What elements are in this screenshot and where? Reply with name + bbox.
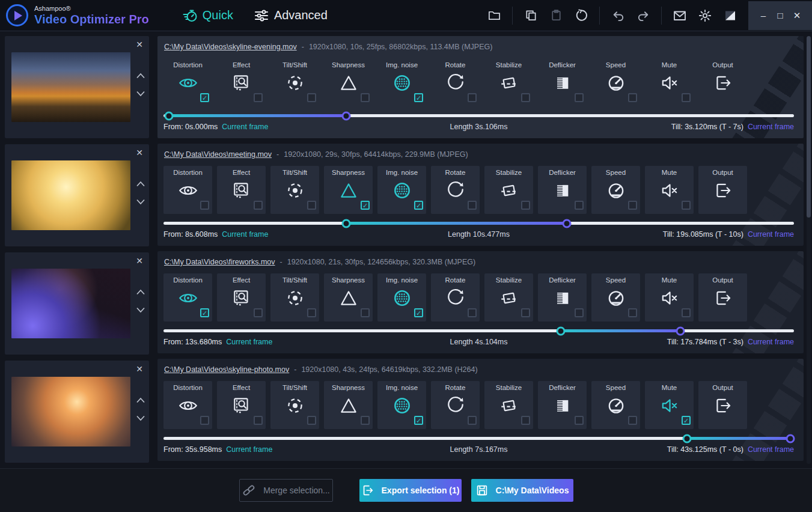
effect-button-rotate[interactable]: Rotate xyxy=(431,381,480,429)
effect-checkbox[interactable] xyxy=(575,308,584,317)
effect-button-sharpness[interactable]: Sharpness xyxy=(324,381,373,429)
effect-button-output[interactable]: Output xyxy=(698,166,747,214)
video-path-link[interactable]: C:\My Data\Videos\skyline-evening.mov xyxy=(164,43,297,51)
vertical-scrollbar[interactable] xyxy=(807,36,811,464)
effect-checkbox[interactable] xyxy=(682,416,691,425)
effect-checkbox[interactable] xyxy=(468,308,477,317)
effect-button-img-noise[interactable]: Img. noise xyxy=(377,381,426,429)
scrollbar-thumb[interactable] xyxy=(807,36,811,218)
skyline-evening-thumbnail[interactable] xyxy=(11,52,130,122)
slider-handle-start[interactable] xyxy=(682,434,691,443)
effect-checkbox[interactable] xyxy=(468,201,477,210)
effect-button-distortion[interactable]: Distortion xyxy=(163,381,212,429)
sunset-meeting-thumbnail[interactable] xyxy=(11,160,130,230)
tab-advanced[interactable]: Advanced xyxy=(254,8,328,23)
effect-button-output[interactable]: Output xyxy=(698,58,747,106)
effect-checkbox[interactable] xyxy=(628,416,637,425)
effect-button-rotate[interactable]: Rotate xyxy=(431,166,480,214)
till-current-frame-link[interactable]: Current frame xyxy=(748,230,794,239)
fireworks-thumbnail[interactable] xyxy=(11,269,130,338)
effect-button-effect[interactable]: Effect xyxy=(217,381,266,429)
skyline-photo-thumbnail[interactable] xyxy=(11,377,130,446)
effect-button-mute[interactable]: Mute xyxy=(645,166,694,214)
move-up-icon[interactable] xyxy=(136,395,145,406)
video-thumbnail-card[interactable]: ✕ xyxy=(5,252,149,355)
video-row[interactable]: C:\My Data\Videos\skyline-photo.mov-1920… xyxy=(157,359,804,461)
effect-checkbox[interactable] xyxy=(414,308,423,317)
effect-button-speed[interactable]: Speed xyxy=(591,58,640,106)
slider-track[interactable] xyxy=(163,222,794,225)
slider-handle-end[interactable] xyxy=(786,434,795,443)
slider-track[interactable] xyxy=(163,437,794,440)
close-button[interactable]: ✕ xyxy=(790,10,804,21)
effect-checkbox[interactable] xyxy=(200,93,209,102)
effect-checkbox[interactable] xyxy=(521,416,530,425)
copy-icon[interactable] xyxy=(524,8,538,23)
slider-handle-start[interactable] xyxy=(556,326,565,335)
effect-button-speed[interactable]: Speed xyxy=(591,381,640,429)
effect-button-deflicker[interactable]: Deflicker xyxy=(538,273,587,322)
till-current-frame-link[interactable]: Current frame xyxy=(748,445,794,454)
effect-checkbox[interactable] xyxy=(521,308,530,317)
effect-checkbox[interactable] xyxy=(200,308,209,317)
effect-checkbox[interactable] xyxy=(575,93,584,102)
video-path-link[interactable]: C:\My Data\Videos\fireworks.mov xyxy=(164,258,275,266)
effect-button-tilt-shift[interactable]: Tilt/Shift xyxy=(270,273,319,322)
save-path-button[interactable]: C:\My Data\Videos xyxy=(471,479,573,502)
move-down-icon[interactable] xyxy=(136,88,145,99)
video-row[interactable]: C:\My Data\Videos\skyline-evening.mov-19… xyxy=(157,36,804,138)
video-thumbnail-card[interactable]: ✕ xyxy=(5,361,149,463)
effect-checkbox[interactable] xyxy=(575,201,584,210)
effect-checkbox[interactable] xyxy=(414,416,423,425)
effect-checkbox[interactable] xyxy=(628,93,637,102)
effect-checkbox[interactable] xyxy=(575,416,584,425)
effect-checkbox[interactable] xyxy=(254,201,263,210)
slider-handle-end[interactable] xyxy=(342,111,351,120)
move-up-icon[interactable] xyxy=(136,178,145,189)
slider-handle-end[interactable] xyxy=(563,219,572,228)
maximize-button[interactable]: □ xyxy=(774,10,787,20)
effect-button-tilt-shift[interactable]: Tilt/Shift xyxy=(270,166,319,214)
reset-icon[interactable] xyxy=(574,8,588,23)
effect-button-tilt-shift[interactable]: Tilt/Shift xyxy=(270,58,319,106)
effect-button-deflicker[interactable]: Deflicker xyxy=(538,166,587,214)
slider-handle-start[interactable] xyxy=(165,111,174,120)
move-up-icon[interactable] xyxy=(136,70,145,81)
effect-checkbox[interactable] xyxy=(361,308,370,317)
effect-button-distortion[interactable]: Distortion xyxy=(163,273,212,322)
remove-video-icon[interactable]: ✕ xyxy=(136,256,143,266)
effect-button-sharpness[interactable]: Sharpness xyxy=(324,273,373,322)
redo-icon[interactable] xyxy=(636,8,650,23)
effect-checkbox[interactable] xyxy=(361,93,370,102)
effect-button-speed[interactable]: Speed xyxy=(591,273,640,322)
effect-button-sharpness[interactable]: Sharpness xyxy=(324,58,373,106)
effect-button-stabilize[interactable]: Stabilize xyxy=(484,381,533,429)
move-up-icon[interactable] xyxy=(136,287,145,297)
video-path-link[interactable]: C:\My Data\Videos\meeting.mov xyxy=(164,150,272,159)
effect-button-rotate[interactable]: Rotate xyxy=(431,273,480,322)
effect-button-rotate[interactable]: Rotate xyxy=(431,58,480,106)
effect-button-stabilize[interactable]: Stabilize xyxy=(484,58,533,106)
effect-checkbox[interactable] xyxy=(468,93,477,102)
slider-handle-end[interactable] xyxy=(676,326,685,335)
effect-button-distortion[interactable]: Distortion xyxy=(163,58,212,106)
till-current-frame-link[interactable]: Current frame xyxy=(748,338,794,346)
effect-checkbox[interactable] xyxy=(414,201,423,210)
effect-button-tilt-shift[interactable]: Tilt/Shift xyxy=(270,381,319,429)
effect-button-effect[interactable]: Effect xyxy=(217,166,266,214)
effect-button-distortion[interactable]: Distortion xyxy=(163,166,212,214)
effect-button-speed[interactable]: Speed xyxy=(591,166,640,214)
remove-video-icon[interactable]: ✕ xyxy=(136,148,143,157)
effect-button-mute[interactable]: Mute xyxy=(645,58,694,106)
effect-checkbox[interactable] xyxy=(468,416,477,425)
minimize-button[interactable]: – xyxy=(757,10,770,20)
merge-selection-button[interactable]: Merge selection... xyxy=(239,479,333,502)
effect-checkbox[interactable] xyxy=(307,416,316,425)
effect-checkbox[interactable] xyxy=(361,201,370,210)
effect-button-output[interactable]: Output xyxy=(698,273,747,322)
effect-checkbox[interactable] xyxy=(254,308,263,317)
effect-button-deflicker[interactable]: Deflicker xyxy=(538,381,587,429)
effect-checkbox[interactable] xyxy=(361,416,370,425)
settings-gear-icon[interactable] xyxy=(698,8,712,23)
effect-checkbox[interactable] xyxy=(254,416,263,425)
